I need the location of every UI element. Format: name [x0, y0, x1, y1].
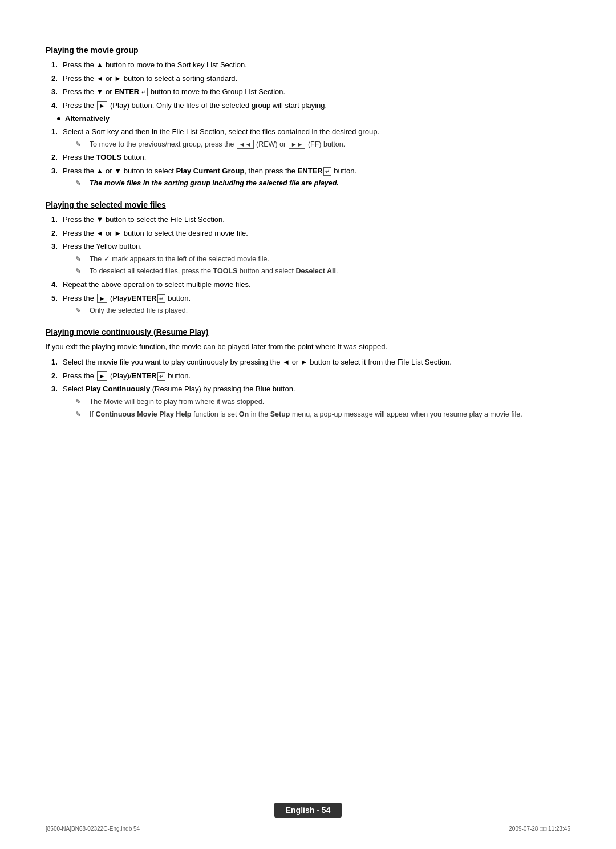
- enter-symbol: ↵: [157, 372, 165, 381]
- step-item: 5. Press the ► (Play)/ENTER↵ button. Onl…: [51, 293, 570, 316]
- note-item: To deselect all selected files, press th…: [63, 266, 570, 277]
- step-item: 1. Press the ▼ button to select the File…: [51, 214, 570, 225]
- section-title-selected-files: Playing the selected movie files: [46, 200, 570, 209]
- step-item: 2. Press the ► (Play)/ENTER↵ button.: [51, 370, 570, 382]
- meta-right: 2009-07-28 □□ 11:23:45: [509, 826, 570, 832]
- step-item: 1. Press the ▲ button to move to the Sor…: [51, 59, 570, 71]
- enter-symbol: ↵: [323, 167, 331, 176]
- step-item: 3. Press the ▼ or ENTER↵ button to move …: [51, 86, 570, 98]
- bullet-icon: [57, 117, 60, 120]
- bottom-meta: [8500-NA]BN68-02322C-Eng.indb 54 2009-07…: [46, 826, 570, 832]
- selected-files-steps: 1. Press the ▼ button to select the File…: [46, 214, 570, 316]
- note-item: The Movie will begin to play from where …: [63, 397, 570, 407]
- section-resume-play: Playing movie continuously (Resume Play)…: [46, 328, 570, 420]
- meta-left: [8500-NA]BN68-02322C-Eng.indb 54: [46, 826, 140, 832]
- step-item: 4. Press the ► (Play) button. Only the f…: [51, 100, 570, 111]
- play-button-symbol: ►: [97, 101, 108, 110]
- page-number-badge: English - 54: [274, 803, 342, 818]
- note-item: The movie files in the sorting group inc…: [63, 178, 570, 189]
- enter-symbol: ↵: [140, 88, 148, 96]
- resume-play-intro: If you exit the playing movie function, …: [46, 341, 570, 353]
- rew-symbol: ◄◄: [237, 140, 254, 149]
- alternatively-section: Alternatively: [46, 114, 570, 123]
- alternatively-bullet: Alternatively: [57, 114, 570, 123]
- footer-bar: English - 54: [46, 803, 570, 818]
- section-title-resume-play: Playing movie continuously (Resume Play): [46, 328, 570, 337]
- step-item: 1. Select the movie file you want to pla…: [51, 357, 570, 368]
- main-content: Playing the movie group 1. Press the ▲ b…: [46, 46, 570, 419]
- alt-step-item: 3. Press the ▲ or ▼ button to select Pla…: [51, 165, 570, 189]
- step-item: 2. Press the ◄ or ► button to select a s…: [51, 73, 570, 84]
- section-playing-movie-group: Playing the movie group 1. Press the ▲ b…: [46, 46, 570, 189]
- alt-step-item: 2. Press the TOOLS button.: [51, 152, 570, 163]
- ff-symbol: ►►: [289, 140, 306, 149]
- play-symbol: ►: [97, 371, 108, 381]
- play-symbol: ►: [97, 294, 108, 303]
- step-item: 4. Repeat the above operation to select …: [51, 279, 570, 290]
- note-item: To move to the previous/next group, pres…: [63, 139, 570, 150]
- bottom-border-line: [46, 820, 570, 820]
- step-item: 3. Press the Yellow button. The ✓ mark a…: [51, 241, 570, 277]
- note-item: The ✓ mark appears to the left of the se…: [63, 254, 570, 265]
- note-item: Only the selected file is played.: [63, 305, 570, 316]
- enter-symbol: ↵: [157, 294, 165, 303]
- movie-group-steps: 1. Press the ▲ button to move to the Sor…: [46, 59, 570, 111]
- step-item: 2. Press the ◄ or ► button to select the…: [51, 228, 570, 239]
- alternatively-steps: 1. Select a Sort key and then in the Fil…: [46, 126, 570, 189]
- section-selected-files: Playing the selected movie files 1. Pres…: [46, 200, 570, 316]
- alternatively-label: Alternatively: [65, 114, 110, 123]
- resume-play-steps: 1. Select the movie file you want to pla…: [46, 357, 570, 419]
- alt-step-item: 1. Select a Sort key and then in the Fil…: [51, 126, 570, 149]
- step-item: 3. Select Play Continuously (Resume Play…: [51, 383, 570, 419]
- note-item: If Continuous Movie Play Help function i…: [63, 409, 570, 420]
- section-title-playing-movie-group: Playing the movie group: [46, 46, 570, 55]
